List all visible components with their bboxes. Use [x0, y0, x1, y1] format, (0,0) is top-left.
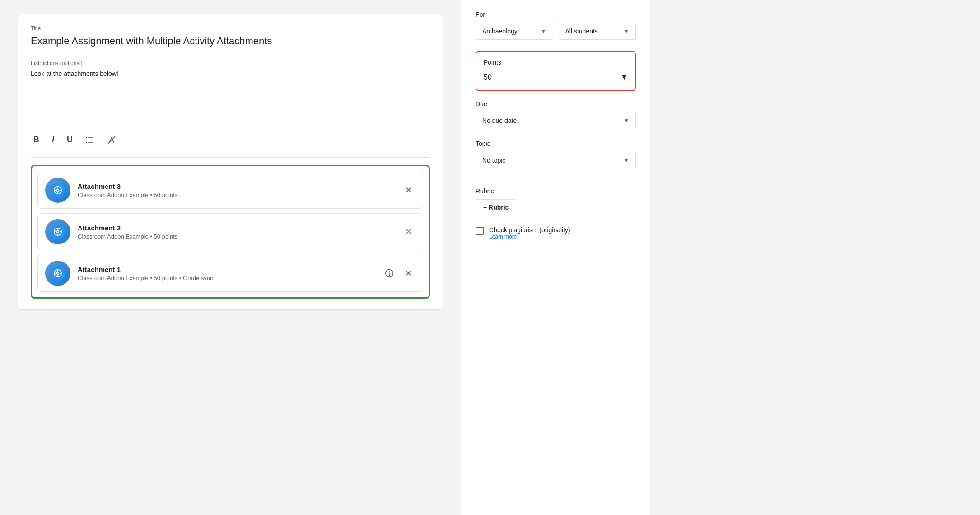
due-section: Due No due date ▼	[476, 100, 636, 129]
attachment-card-1: Attachment 1 Classroom Addon Example • 5…	[37, 255, 423, 292]
clear-format-button[interactable]	[104, 134, 119, 146]
class-dropdown-chevron: ▼	[541, 28, 546, 34]
plagiarism-row: Check plagiarism (originality) Learn mor…	[476, 226, 636, 240]
divider-1	[31, 122, 430, 122]
for-label: For	[476, 11, 636, 18]
remove-attachment-3-button[interactable]: ✕	[401, 183, 415, 197]
points-value: 50	[484, 73, 492, 81]
underline-button[interactable]: U	[64, 133, 75, 146]
points-section: Points 50 ▼	[476, 51, 636, 91]
attachment-actions-3: ✕	[401, 183, 415, 197]
add-rubric-button[interactable]: + Rubric	[476, 199, 516, 215]
remove-attachment-1-button[interactable]: ✕	[401, 266, 415, 281]
students-dropdown-value: All students	[565, 28, 598, 35]
plagiarism-label: Check plagiarism (originality)	[489, 226, 570, 234]
points-dropdown[interactable]: 50 ▼	[484, 71, 628, 83]
remove-attachment-2-button[interactable]: ✕	[401, 225, 415, 239]
students-dropdown-chevron: ▼	[624, 28, 629, 34]
attachment-name-3: Attachment 3	[78, 183, 394, 190]
attachment-info-2: Attachment 2 Classroom Addon Example • 5…	[78, 224, 394, 240]
for-section: For Archaeology ... ▼ All students ▼	[476, 11, 636, 40]
due-dropdown[interactable]: No due date ▼	[476, 112, 636, 129]
attachments-container: Attachment 3 Classroom Addon Example • 5…	[31, 165, 430, 299]
attachment-meta-1: Classroom Addon Example • 50 points • Gr…	[78, 275, 375, 281]
points-chevron: ▼	[621, 73, 628, 81]
attachment-icon-3	[45, 178, 70, 203]
svg-point-15	[57, 272, 58, 274]
topic-chevron: ▼	[624, 157, 629, 164]
due-chevron: ▼	[624, 117, 629, 124]
svg-point-5	[86, 141, 88, 143]
students-dropdown[interactable]: All students ▼	[559, 23, 636, 40]
class-dropdown[interactable]: Archaeology ... ▼	[476, 23, 553, 40]
svg-point-3	[86, 137, 88, 138]
divider-2	[31, 157, 430, 158]
svg-point-4	[86, 139, 88, 140]
instructions-input[interactable]: Look at the attachments below!	[31, 68, 430, 113]
italic-button[interactable]: I	[49, 133, 57, 146]
for-select-row: Archaeology ... ▼ All students ▼	[476, 23, 636, 40]
due-label: Due	[476, 100, 636, 108]
topic-label: Topic	[476, 140, 636, 147]
attachment-card-2: Attachment 2 Classroom Addon Example • 5…	[37, 213, 423, 250]
svg-point-12	[57, 231, 58, 232]
topic-value: No topic	[482, 157, 505, 164]
topic-section: Topic No topic ▼	[476, 140, 636, 169]
svg-point-9	[57, 189, 58, 191]
attachment-name-1: Attachment 1	[78, 266, 375, 273]
learn-more-link[interactable]: Learn more	[489, 234, 570, 240]
attachment-actions-2: ✕	[401, 225, 415, 239]
formatting-toolbar: B I U	[31, 130, 430, 150]
bold-button[interactable]: B	[31, 133, 42, 146]
sidebar-divider	[476, 180, 636, 180]
plagiarism-checkbox[interactable]	[476, 227, 484, 235]
info-attachment-1-button[interactable]	[382, 266, 397, 281]
attachment-actions-1: ✕	[382, 266, 415, 281]
due-value: No due date	[482, 117, 517, 124]
instructions-label: Instructions (optional)	[31, 60, 430, 66]
attachment-card-3: Attachment 3 Classroom Addon Example • 5…	[37, 172, 423, 209]
title-input[interactable]	[31, 33, 430, 51]
attachment-meta-2: Classroom Addon Example • 50 points	[78, 233, 394, 240]
attachment-info-3: Attachment 3 Classroom Addon Example • 5…	[78, 183, 394, 198]
rubric-section: Rubric + Rubric	[476, 187, 636, 215]
points-label: Points	[484, 59, 628, 66]
rubric-label: Rubric	[476, 187, 636, 195]
attachment-meta-3: Classroom Addon Example • 50 points	[78, 192, 394, 198]
sidebar: For Archaeology ... ▼ All students ▼ Poi…	[461, 0, 650, 515]
plagiarism-text: Check plagiarism (originality) Learn mor…	[489, 226, 570, 240]
attachment-name-2: Attachment 2	[78, 224, 394, 232]
class-dropdown-value: Archaeology ...	[482, 28, 524, 35]
topic-dropdown[interactable]: No topic ▼	[476, 152, 636, 169]
title-label: Title	[31, 25, 430, 32]
attachment-icon-1	[45, 261, 70, 286]
attachment-info-1: Attachment 1 Classroom Addon Example • 5…	[78, 266, 375, 281]
list-button[interactable]	[83, 134, 97, 146]
attachment-icon-2	[45, 219, 70, 244]
svg-point-18	[389, 271, 390, 272]
